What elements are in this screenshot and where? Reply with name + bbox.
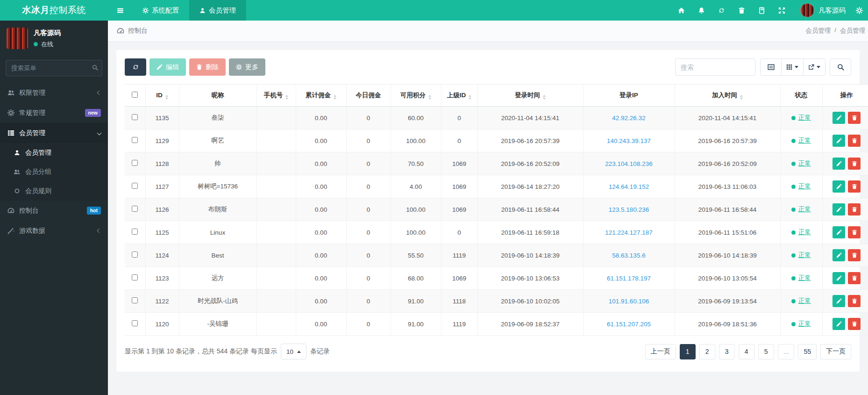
edit-row-button[interactable] <box>832 180 845 193</box>
status-badge[interactable]: 正常 <box>798 137 811 144</box>
column-header-total_commission[interactable]: 累计佣金 <box>296 85 346 107</box>
row-checkbox[interactable] <box>132 274 138 280</box>
sidebar-item-permissions[interactable]: 权限管理 <box>0 83 108 103</box>
login-ip-link[interactable]: 42.92.26.32 <box>612 115 645 122</box>
more-button[interactable]: 更多 <box>229 58 265 76</box>
column-header-join_time[interactable]: 加入时间 <box>675 85 780 107</box>
row-checkbox[interactable] <box>132 160 138 166</box>
tab-system-config[interactable]: 系统配置 <box>132 0 189 21</box>
delete-row-button[interactable] <box>848 135 861 147</box>
status-badge[interactable]: 正常 <box>798 183 811 190</box>
pagination-prev-button[interactable]: 上一页 <box>645 344 676 359</box>
status-badge[interactable]: 正常 <box>798 114 811 121</box>
status-badge[interactable]: 正常 <box>798 229 811 236</box>
status-badge[interactable]: 正常 <box>798 206 811 213</box>
home-icon[interactable] <box>671 0 691 21</box>
refresh-icon[interactable] <box>711 0 732 21</box>
login-ip-link[interactable]: 61.151.207.205 <box>607 321 651 328</box>
row-checkbox[interactable] <box>132 183 138 189</box>
sort-icon[interactable] <box>428 95 431 100</box>
expand-icon[interactable] <box>772 0 792 21</box>
sort-icon[interactable] <box>334 95 336 100</box>
pagination-page-1[interactable]: 1 <box>680 344 696 359</box>
pagination-page-2[interactable]: 2 <box>699 344 715 359</box>
delete-row-button[interactable] <box>848 295 861 307</box>
login-ip-link[interactable]: 140.243.39.137 <box>607 137 651 144</box>
edit-row-button[interactable] <box>832 226 845 238</box>
row-checkbox[interactable] <box>132 320 138 326</box>
delete-row-button[interactable] <box>848 226 861 238</box>
login-ip-link[interactable]: 58.63.135.6 <box>612 252 645 259</box>
detail-view-button[interactable] <box>760 58 782 76</box>
delete-row-button[interactable] <box>848 272 861 284</box>
select-all-header[interactable] <box>125 85 145 107</box>
select-all-checkbox[interactable] <box>132 92 138 98</box>
login-ip-link[interactable]: 124.64.19.152 <box>609 183 649 190</box>
edit-button[interactable]: 编辑 <box>149 58 186 76</box>
delete-row-button[interactable] <box>848 158 861 170</box>
delete-row-button[interactable] <box>848 203 861 215</box>
column-header-points[interactable]: 可用积分 <box>391 85 441 107</box>
sidebar-item-member-management[interactable]: 会员管理 <box>0 143 108 162</box>
tab-member-management[interactable]: 会员管理 <box>189 0 246 21</box>
sort-icon[interactable] <box>165 95 168 100</box>
edit-row-button[interactable] <box>832 295 845 307</box>
sidebar-toggle-button[interactable] <box>108 0 132 21</box>
column-header-phone[interactable]: 手机号 <box>256 85 296 107</box>
sidebar-item-game-data[interactable]: 游戏数据 <box>0 221 108 241</box>
login-ip-link[interactable]: 123.5.180.236 <box>609 206 649 213</box>
row-checkbox[interactable] <box>132 206 138 212</box>
login-ip-link[interactable]: 223.104.108.236 <box>605 160 652 167</box>
sort-icon[interactable] <box>740 95 743 100</box>
pagination-page-5[interactable]: 5 <box>758 344 774 359</box>
search-toggle-button[interactable] <box>830 58 851 76</box>
edit-row-button[interactable] <box>832 158 845 170</box>
login-ip-link[interactable]: 61.151.178.197 <box>607 275 651 282</box>
sidebar-item-dashboard[interactable]: 控制台 hot <box>0 201 108 221</box>
row-checkbox[interactable] <box>132 251 138 258</box>
table-search-input[interactable] <box>675 58 755 76</box>
column-header-parent_id[interactable]: 上级ID <box>441 85 477 107</box>
column-header-id[interactable]: ID <box>145 85 179 107</box>
sort-icon[interactable] <box>543 95 546 100</box>
pagination-page-3[interactable]: 3 <box>719 344 735 359</box>
delete-row-button[interactable] <box>848 249 861 261</box>
status-badge[interactable]: 正常 <box>798 251 811 259</box>
row-checkbox[interactable] <box>132 297 138 303</box>
sort-icon[interactable] <box>285 95 288 100</box>
page-size-dropdown[interactable]: 10 <box>281 344 306 359</box>
edit-row-button[interactable] <box>832 318 845 330</box>
delete-row-button[interactable] <box>848 112 861 124</box>
bell-icon[interactable] <box>691 0 711 21</box>
column-header-login_time[interactable]: 登录时间 <box>477 85 583 107</box>
settings-gear-icon[interactable] <box>852 0 868 21</box>
refresh-button[interactable] <box>125 58 146 76</box>
navbar-user-menu[interactable]: 凡客源码 <box>792 0 852 21</box>
export-dropdown-button[interactable] <box>803 58 825 76</box>
status-badge[interactable]: 正常 <box>798 297 811 304</box>
breadcrumb-parent[interactable]: 会员管理 <box>805 27 831 35</box>
pagination-page-55[interactable]: 55 <box>798 344 817 359</box>
sidebar-item-member-rules[interactable]: 会员规则 <box>0 181 108 201</box>
sidebar-item-member-groups[interactable]: 会员分组 <box>0 162 108 181</box>
book-icon[interactable] <box>752 0 772 21</box>
row-checkbox[interactable] <box>132 137 138 143</box>
trash-icon[interactable] <box>732 0 752 21</box>
sort-icon[interactable] <box>469 95 471 100</box>
row-checkbox[interactable] <box>132 114 138 120</box>
menu-search-input[interactable] <box>6 60 102 76</box>
login-ip-link[interactable]: 101.91.60.106 <box>609 298 649 305</box>
delete-row-button[interactable] <box>848 180 861 193</box>
columns-dropdown-button[interactable] <box>781 58 804 76</box>
pagination-next-button[interactable]: 下一页 <box>820 344 851 359</box>
login-ip-link[interactable]: 121.224.127.187 <box>605 229 652 236</box>
status-badge[interactable]: 正常 <box>798 320 811 327</box>
edit-row-button[interactable] <box>832 112 845 124</box>
row-checkbox[interactable] <box>132 229 138 235</box>
edit-row-button[interactable] <box>832 272 845 284</box>
status-badge[interactable]: 正常 <box>798 160 811 167</box>
delete-row-button[interactable] <box>848 318 861 330</box>
status-badge[interactable]: 正常 <box>798 274 811 281</box>
pagination-page-4[interactable]: 4 <box>739 344 754 359</box>
edit-row-button[interactable] <box>832 135 845 147</box>
